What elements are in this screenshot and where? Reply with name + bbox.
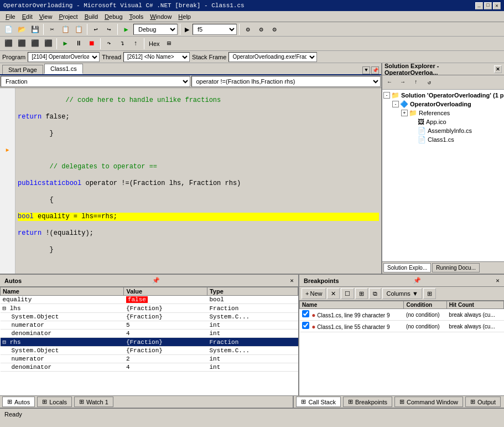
autos-close-icon[interactable]: ✕ xyxy=(288,277,296,284)
nav-btn-2[interactable]: ⬛ xyxy=(15,38,28,50)
step-into-btn[interactable]: ↴ xyxy=(116,38,128,50)
menu-edit[interactable]: Edit xyxy=(19,12,36,21)
bp-export-button[interactable]: ⧉ xyxy=(369,288,381,299)
new-button[interactable]: 📄 xyxy=(2,23,14,35)
solution-root-item[interactable]: - 📁 Solution 'OperatorOverloading' (1 pr… xyxy=(383,91,503,100)
code-content[interactable]: // code here to handle unlike fractions … xyxy=(15,88,381,274)
start-debug-button[interactable]: ▶ xyxy=(120,23,132,35)
menu-project[interactable]: Project xyxy=(55,12,81,21)
pin-tab-btn[interactable]: 📌 xyxy=(371,66,379,74)
method-dropdown[interactable]: operator !=(Fraction lhs,Fraction rhs) xyxy=(191,76,381,87)
f5-dropdown[interactable]: f5 xyxy=(193,24,237,35)
tab-class1[interactable]: Class1.cs xyxy=(44,64,83,74)
solution-explorer-close-btn[interactable]: ✕ xyxy=(494,65,502,73)
se-fwd-btn[interactable]: → xyxy=(397,76,409,89)
redo-button[interactable]: ↪ xyxy=(103,23,115,35)
menu-build[interactable]: Build xyxy=(81,12,101,21)
bp-pin-icon[interactable]: 📌 xyxy=(411,277,423,284)
class1-item[interactable]: 📄 Class1.cs xyxy=(383,135,503,144)
bp-panel-header: Breakpoints 📌 ✕ xyxy=(299,275,504,287)
bp-close-icon[interactable]: ✕ xyxy=(493,277,502,284)
bp-delete-button[interactable]: ✕ xyxy=(327,288,340,299)
cut-button[interactable]: ✂ xyxy=(46,23,58,35)
paste-button[interactable]: 📋 xyxy=(72,23,85,35)
menu-file[interactable]: File xyxy=(2,12,19,21)
autos-row-equality[interactable]: equality false bool xyxy=(1,296,298,304)
step-out-btn[interactable]: ↑ xyxy=(129,38,142,50)
menu-tools[interactable]: Tools xyxy=(126,12,147,21)
tab-call-stack[interactable]: ⊞ Call Stack xyxy=(296,397,341,407)
references-icon: 📁 xyxy=(409,109,417,117)
program-dropdown[interactable]: [2104] OperatorOverloa... xyxy=(28,52,100,62)
bp-checkbox-2[interactable] xyxy=(302,322,309,329)
extra-btn-3[interactable]: ⚙ xyxy=(268,23,280,35)
code-editor[interactable]: ► // code here to handle unlike fraction… xyxy=(0,88,381,274)
autos-row-lhs-den[interactable]: denominator 4 int xyxy=(1,330,298,338)
bp-row-2[interactable]: ● Class1.cs, line 55 character 9 (no con… xyxy=(300,321,504,332)
tab-output[interactable]: ⊞ Output xyxy=(465,397,501,407)
bp-new-button[interactable]: + New xyxy=(302,288,326,299)
debug-config-dropdown[interactable]: Debug xyxy=(133,24,178,35)
class-dropdown[interactable]: Fraction xyxy=(1,76,190,87)
assemblyinfo-item[interactable]: 📄 AssemblyInfo.cs xyxy=(383,126,503,135)
bp-columns-button[interactable]: Columns ▼ xyxy=(382,288,422,299)
references-expand[interactable]: + xyxy=(401,110,408,116)
autos-row-rhs-num[interactable]: numerator 2 int xyxy=(1,355,298,363)
bp-checkbox-1[interactable] xyxy=(302,310,309,317)
minimize-button[interactable]: _ xyxy=(475,2,483,9)
close-tab-btn[interactable]: ▼ xyxy=(362,66,370,74)
autos-row-lhs[interactable]: ⊟ lhs {Fraction} Fraction xyxy=(1,304,298,313)
autos-value-lhs: {Fraction} xyxy=(124,304,207,313)
stop-btn[interactable]: ⏹ xyxy=(86,38,98,50)
nav-btn-1[interactable]: ⬛ xyxy=(2,38,14,50)
bp-enable-button[interactable]: ⊞ xyxy=(355,288,368,299)
tab-autos[interactable]: ⊞ Autos xyxy=(2,397,35,407)
save-button[interactable]: 💾 xyxy=(29,23,41,35)
app-ico-item[interactable]: 🖼 App.ico xyxy=(383,117,503,126)
nav-btn-4[interactable]: ⬛ xyxy=(42,38,54,50)
undo-button[interactable]: ↩ xyxy=(90,23,102,35)
autos-table[interactable]: Name Value Type equality false bool ⊟ lh… xyxy=(0,287,298,395)
se-up-btn[interactable]: ↑ xyxy=(410,76,422,89)
project-item[interactable]: - 🔷 OperatorOverloading xyxy=(383,100,503,109)
hex-btn[interactable]: ⊞ xyxy=(163,38,175,50)
autos-row-lhs-sys[interactable]: System.Object {Fraction} System.C... xyxy=(1,313,298,321)
bp-table[interactable]: Name Condition Hit Count ● Class1.cs, li… xyxy=(299,301,504,395)
references-folder-item[interactable]: + 📁 References xyxy=(383,109,503,117)
running-documents-tab[interactable]: Running Docu... xyxy=(432,263,480,272)
solution-expand[interactable]: - xyxy=(383,92,390,99)
tab-start-page[interactable]: Start Page xyxy=(2,65,43,74)
extra-btn-2[interactable]: ⚙ xyxy=(255,23,267,35)
open-button[interactable]: 📂 xyxy=(15,23,28,35)
tab-locals[interactable]: ⊞ Locals xyxy=(37,397,72,407)
project-expand[interactable]: - xyxy=(392,101,399,107)
extra-btn-1[interactable]: ⚙ xyxy=(242,23,254,35)
autos-row-rhs-sys[interactable]: System.Object {Fraction} System.C... xyxy=(1,347,298,355)
se-back-btn[interactable]: ← xyxy=(383,76,396,89)
tab-command-window[interactable]: ⊞ Command Window xyxy=(394,397,463,407)
stack-frame-dropdown[interactable]: OperatorOverloading.exe!Fracti... xyxy=(228,52,317,62)
autos-row-rhs-den[interactable]: denominator 4 int xyxy=(1,363,298,372)
nav-btn-3[interactable]: ⬛ xyxy=(29,38,41,50)
close-button[interactable]: ✕ xyxy=(493,2,501,9)
tab-watch1[interactable]: ⊞ Watch 1 xyxy=(74,397,113,407)
maximize-button[interactable]: □ xyxy=(484,2,492,9)
run-btn[interactable]: ▶ xyxy=(59,38,71,50)
menu-debug[interactable]: Debug xyxy=(101,12,126,21)
autos-pin-icon[interactable]: 📌 xyxy=(150,277,162,284)
autos-row-lhs-num[interactable]: numerator 5 int xyxy=(1,321,298,330)
solution-explorer-tab[interactable]: Solution Explo... xyxy=(383,263,431,272)
step-over-btn[interactable]: ↷ xyxy=(103,38,115,50)
thread-dropdown[interactable]: [2612] <No Name> xyxy=(123,52,190,62)
pause-btn[interactable]: ⏸ xyxy=(72,38,85,50)
se-refresh-btn[interactable]: ↺ xyxy=(423,76,435,89)
copy-button[interactable]: 📋 xyxy=(59,23,71,35)
bp-clear-button[interactable]: ☐ xyxy=(341,288,354,299)
bp-row-1[interactable]: ● Class1.cs, line 99 character 9 (no con… xyxy=(300,309,504,321)
tab-breakpoints[interactable]: ⊞ Breakpoints xyxy=(343,397,392,407)
autos-row-rhs[interactable]: ⊟ rhs {Fraction} Fraction xyxy=(1,338,298,347)
menu-window[interactable]: Window xyxy=(147,12,175,21)
menu-view[interactable]: View xyxy=(36,12,56,21)
bp-properties-button[interactable]: ⊞ xyxy=(423,288,436,299)
menu-help[interactable]: Help xyxy=(175,12,194,21)
